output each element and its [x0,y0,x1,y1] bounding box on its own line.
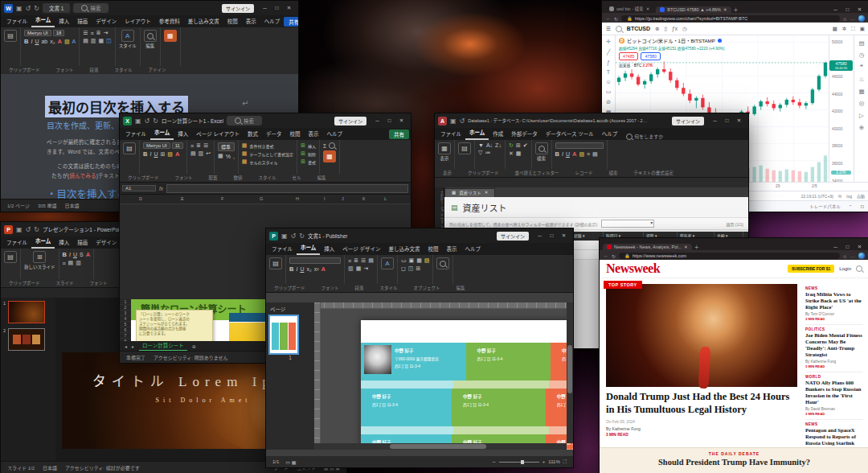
ribbon-tab[interactable]: ヘルプ [598,128,622,140]
auto-scale-toggle[interactable]: 自動 [857,193,865,199]
close-button[interactable]: ✕ [854,6,866,13]
percent-scale-toggle[interactable]: % [838,194,841,199]
font-format-icons[interactable]: BIUabx₂A▨A [24,38,76,45]
minimize-button[interactable]: ─ [709,117,721,124]
card-row[interactable]: 中野 好子西1丁目 11-3-4中野 好子西1丁目 11-3-4中野 好子西1丁… [361,389,573,426]
paste-button[interactable]: ▤ [4,30,17,42]
access-titlebar[interactable]: A ▣ ↺ Database1 : データベース- C:\Users\user\… [435,113,748,128]
column-header-D[interactable]: D [139,196,142,201]
redo-icon[interactable]: ↻ [34,5,39,12]
ribbon-tab[interactable]: ホーム [31,236,55,249]
row-headers[interactable]: 1234567891011121314151617 [120,299,131,341]
para-icons[interactable]: ≡▤▥ [63,260,91,266]
cell-item[interactable]: ⊞挿入 [301,142,316,149]
side-tool-1-icon[interactable]: ◷ [859,51,865,59]
style-item[interactable]: ▦条件付き書式 [242,142,293,149]
ribbon-tab[interactable]: レイアウト [121,15,155,27]
pub-statusbar[interactable]: 1/1 ▭ ▦ ─+111%⛶ [266,456,573,467]
signin-button[interactable]: サインイン [672,117,704,125]
profile-avatar[interactable] [858,253,865,259]
excel-ribbon-tabs[interactable]: ファイルホーム挿入ページ レイアウト数式データ校閲表示ヘルプ共有 [120,128,411,140]
sell-button[interactable]: 47485 [619,52,638,60]
side-article[interactable]: POLITICSJoe Biden Mental Fitness Concern… [805,325,863,372]
ribbon-tab[interactable]: デザイン [92,15,121,27]
row-header-5[interactable]: 5 [120,322,131,327]
top-story-photo[interactable]: TOP STORY [606,284,797,387]
tab-close-icon[interactable]: ✕ [485,190,489,196]
styles-button[interactable]: A [381,257,394,269]
panel-icon[interactable]: ⊡ [860,204,864,209]
column-header-G[interactable]: G [260,196,263,201]
column-header-L[interactable]: L [384,196,387,201]
list-icons[interactable]: ☰≡≣⇥ [83,30,112,36]
window-edge-newsweek[interactable]: Newsweek - News, Analysis, Pol...✕ ＋ ─□✕… [599,237,868,473]
tv-top-toolbar[interactable]: ☰ BTCUSD ⊕ ▯ ƒx ◷ ▦ ✲ ⛶ ▣ [602,23,868,35]
article-byline[interactable]: By Katherine Fung [606,426,641,431]
nw-browser-tabs[interactable]: Newsweek - News, Analysis, Pol...✕ ＋ ─□✕ [600,238,868,250]
ribbon-tab[interactable]: ファイル [436,128,465,140]
ribbon-tab[interactable]: 差し込み文書 [385,243,424,255]
ribbon-tab[interactable]: ホーム [31,15,55,27]
ribbon-tab[interactable]: データベース ツール [542,128,598,140]
find-button[interactable]: 検索 [535,142,548,162]
side-tool-6-icon[interactable]: ▷ [859,112,864,119]
records-icons2[interactable]: ✕▦ [509,150,528,157]
page-thumbnail[interactable] [270,316,297,353]
number-icons[interactable]: ▦%, [218,153,235,159]
number-format-box[interactable]: 標準 [218,142,235,151]
buy-button[interactable]: 47580 [641,52,660,60]
more-icon[interactable]: … [850,253,855,258]
card-cell[interactable]: 中野 好子西1丁目 11-3-4 [466,343,551,380]
row-header-2[interactable]: 2 [120,305,131,311]
draw-tool-5-icon[interactable]: ▭ [606,88,612,95]
symbol-search-icon[interactable] [616,26,622,32]
url-field[interactable]: 🔒https://www.newsweek.com [619,253,840,259]
reload-icon[interactable]: ↻ [612,253,616,259]
sheet-nav-right-icon[interactable]: ▸ [132,343,134,349]
new-slide-button[interactable]: ⊞新しいスライド [24,251,55,270]
undo-icon[interactable]: ↺ [145,117,150,125]
draw-tool-3-icon[interactable]: T [607,69,610,75]
align-icons[interactable]: ≡≣☰ [190,142,211,149]
pub-ribbon[interactable]: ▤ BIUx₂x²A ≡≣☰▤ ▥▦⇥ A ▭▣▦▨ ◻◫⊞ クリップボードフォ… [266,255,573,293]
reload-icon[interactable]: ↻ [614,16,618,22]
save-icon[interactable]: ▣ [281,232,288,240]
redo-icon[interactable]: ↻ [299,232,305,240]
font-size-box[interactable]: 18 [53,30,65,36]
font-format-icons[interactable]: BIUSA [63,251,91,258]
style-item[interactable]: ▦テーブルとして書式設定 [242,150,293,157]
close-button[interactable]: ✕ [395,117,407,124]
font-name-box[interactable] [555,142,604,149]
style-item[interactable]: ▦セルのスタイル [242,158,293,165]
side-tool-4-icon[interactable]: ▦ [858,88,864,95]
new-tab-button[interactable]: ＋ [694,243,699,250]
filter-combo[interactable] [601,220,654,228]
ribbon-tab[interactable]: 挿入 [320,243,338,255]
paste-button[interactable]: ▤ [123,142,136,154]
font-size-box[interactable]: 11 [172,142,183,149]
sheet-note[interactable]: 「ローン計算」シートのワークシートを使用し、ローン返済のスケジュールが立てられま… [136,310,213,341]
maximize-button[interactable]: □ [546,232,558,239]
formula-bar[interactable]: A1 fx [120,183,411,195]
alert-icon[interactable]: ◷ [682,26,687,32]
ribbon-tab[interactable]: 挿入 [55,236,73,249]
undo-icon[interactable]: ↺ [26,226,31,233]
ribbon-tab[interactable]: ヘルプ [461,243,485,255]
horizontal-scrollbar[interactable] [314,443,567,450]
article-title[interactable]: Pentagon and SpaceX Respond to Reports o… [805,427,863,447]
ribbon-tab[interactable]: 数式 [244,128,262,140]
minimize-button[interactable]: ─ [829,6,841,13]
side-tool-2-icon[interactable]: ❞ [860,64,863,71]
column-headers[interactable]: DEFGHIJKL [120,195,411,204]
profile-avatar[interactable] [858,15,865,22]
close-button[interactable]: ✕ [854,244,866,250]
row-header-6[interactable]: 6 [120,327,131,333]
side-tool-7-icon[interactable]: ⊕ [859,124,864,131]
tab-close-icon[interactable]: ✕ [723,7,727,12]
tellme-label[interactable]: 何をしますか [634,133,663,140]
card-row[interactable]: 中野 好子〒060-0000 東京都豊島区西1丁目 11-3-4中野 好子西1丁… [361,343,573,380]
records-icons[interactable]: ↻⊞✔ [509,142,528,149]
trade-panel-tab[interactable]: トレードパネル [809,204,841,210]
ribbon-tab[interactable]: 外部データ [507,128,542,140]
snapshot-icon[interactable]: ▣ [860,26,865,32]
